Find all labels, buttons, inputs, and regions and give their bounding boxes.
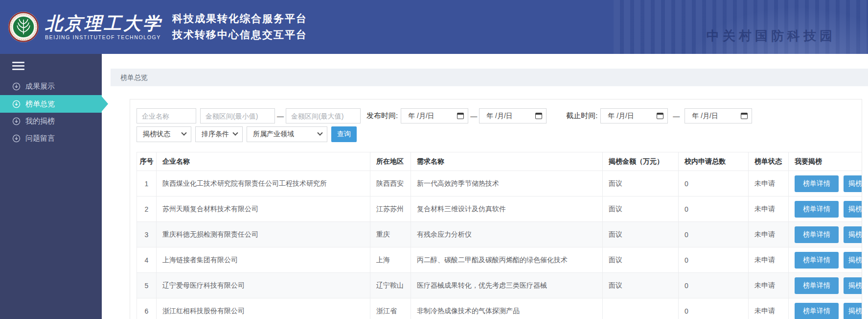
range-dash: —: [668, 112, 685, 120]
table-row: 6浙江红相科技股份有限公司浙江省非制冷热成像技术的气体探测产品0未申请榜单详情揭…: [137, 298, 863, 319]
sidebar-item-achievements[interactable]: 成果展示: [0, 78, 102, 95]
region-cell: 浙江省: [370, 298, 411, 319]
need-cell: 新一代高效跨季节储热技术: [411, 171, 603, 196]
industry-select-value: 所属产业领域: [253, 130, 294, 139]
apply-button[interactable]: 揭榜: [844, 226, 862, 243]
range-dash: —: [468, 112, 479, 120]
detail-button[interactable]: 榜单详情: [795, 201, 839, 218]
menu-toggle-icon[interactable]: [0, 54, 102, 70]
actions-cell: 榜单详情揭榜: [789, 196, 863, 222]
table-header-row: 序号 企业名称 所在地区 需求名称 揭榜金额（万元） 校内申请总数 榜单状态 我…: [137, 152, 863, 171]
industry-select[interactable]: 所属产业领域: [247, 126, 327, 142]
actions-cell: 榜单详情揭榜: [789, 273, 863, 298]
actions-cell: 榜单详情揭榜: [789, 298, 863, 319]
apply-button[interactable]: 揭榜: [844, 252, 862, 269]
actions-cell: 榜单详情揭榜: [789, 222, 863, 247]
platform-title-line2: 技术转移中心信息交互平台: [172, 27, 307, 43]
deadline-time-label: 截止时间:: [566, 111, 597, 121]
calendar-icon[interactable]: [741, 113, 748, 119]
sidebar: 成果展示 榜单总览 我的揭榜 问题留言: [0, 54, 102, 319]
sidebar-item-feedback[interactable]: 问题留言: [0, 130, 102, 147]
amount-cell: [603, 298, 679, 319]
applications-cell: 0: [679, 247, 749, 273]
chevron-down-icon: [317, 130, 322, 136]
table-body: 1陕西煤业化工技术研究院有限责任公司工程技术研究所陕西西安新一代高效跨季节储热技…: [137, 171, 863, 319]
detail-button[interactable]: 榜单详情: [795, 303, 839, 319]
amount-cell: 面议: [603, 247, 679, 273]
detail-button[interactable]: 榜单详情: [795, 175, 839, 192]
table-row: 4上海链接者集团有限公司上海丙二醇、碳酸二甲酯及碳酸丙烯酯的绿色催化技术面议0未…: [137, 247, 863, 273]
calendar-icon[interactable]: [535, 113, 542, 119]
amount-max-input[interactable]: [286, 108, 361, 123]
platform-title-line1: 科技成果转化综合服务平台: [172, 11, 307, 27]
publish-time-label: 发布时间:: [366, 111, 398, 121]
amount-cell: 面议: [603, 273, 679, 298]
detail-button[interactable]: 榜单详情: [795, 277, 839, 294]
company-cell: 陕西煤业化工技术研究院有限责任公司工程技术研究所: [157, 171, 370, 196]
status-cell: 未申请: [749, 171, 789, 196]
apply-button[interactable]: 揭榜: [844, 277, 862, 294]
table-row: 5辽宁爱母医疗科技有限公司辽宁鞍山医疗器械成果转化，优先考虑三类医疗器械面议0未…: [137, 273, 863, 298]
row-number-cell: 4: [137, 247, 157, 273]
actions-cell: 榜单详情揭榜: [789, 171, 863, 196]
row-number-cell: 3: [137, 222, 157, 247]
status-select[interactable]: 揭榜状态: [137, 126, 191, 142]
amount-cell: 面议: [603, 196, 679, 222]
apply-button[interactable]: 揭榜: [844, 175, 862, 192]
company-cell: 上海链接者集团有限公司: [157, 247, 370, 273]
deadline-date-from-input[interactable]: 年 /月/日: [600, 108, 668, 123]
table-row: 1陕西煤业化工技术研究院有限责任公司工程技术研究所陕西西安新一代高效跨季节储热技…: [137, 171, 863, 196]
table-row: 2苏州天顺复合材料技术有限公司江苏苏州复合材料三维设计及仿真软件面议0未申请榜单…: [137, 196, 863, 222]
status-cell: 未申请: [749, 222, 789, 247]
col-header-applications: 校内申请总数: [679, 152, 749, 171]
company-cell: 辽宁爱母医疗科技有限公司: [157, 273, 370, 298]
need-cell: 丙二醇、碳酸二甲酯及碳酸丙烯酯的绿色催化技术: [411, 247, 603, 273]
sidebar-item-ranking-overview[interactable]: 榜单总览: [0, 95, 102, 113]
company-cell: 浙江红相科技股份有限公司: [157, 298, 370, 319]
sort-select-value: 排序条件: [202, 130, 229, 139]
row-number-cell: 5: [137, 273, 157, 298]
calendar-icon[interactable]: [657, 113, 663, 119]
company-cell: 苏州天顺复合材料技术有限公司: [157, 196, 370, 222]
university-name-en: BEIJING INSTITUTEOF TECHNOLOGY: [45, 34, 162, 40]
filter-row-1: — 发布时间: 年 /月/日 — 年 /月/日 截止时间: 年 /月/日 — 年…: [137, 108, 862, 123]
amount-cell: 面议: [603, 222, 679, 247]
applications-cell: 0: [679, 196, 749, 222]
row-number-cell: 2: [137, 196, 157, 222]
status-cell: 未申请: [749, 273, 789, 298]
sidebar-menu: 成果展示 榜单总览 我的揭榜 问题留言: [0, 78, 102, 147]
publish-date-to-input[interactable]: 年 /月/日: [479, 108, 547, 123]
sidebar-item-my-applications[interactable]: 我的揭榜: [0, 113, 102, 130]
publish-date-from-input[interactable]: 年 /月/日: [401, 108, 468, 123]
sidebar-item-label: 问题留言: [25, 134, 55, 143]
col-header-action: 我要揭榜: [789, 152, 863, 171]
university-logo-icon: [8, 11, 39, 43]
amount-min-input[interactable]: [200, 108, 275, 123]
circle-arrow-down-icon: [12, 134, 21, 143]
apply-button[interactable]: 揭榜: [844, 303, 862, 319]
date-placeholder: 年 /月/日: [692, 112, 718, 121]
status-cell: 未申请: [749, 298, 789, 319]
search-button[interactable]: 查询: [331, 126, 357, 142]
circle-arrow-down-icon: [12, 82, 21, 91]
col-header-status: 榜单状态: [749, 152, 789, 171]
row-number-cell: 1: [137, 171, 157, 196]
region-cell: 重庆: [370, 222, 411, 247]
deadline-date-to-input[interactable]: 年 /月/日: [685, 108, 752, 123]
applications-cell: 0: [679, 171, 749, 196]
range-dash: —: [275, 112, 286, 120]
detail-button[interactable]: 榜单详情: [795, 226, 839, 243]
region-cell: 陕西西安: [370, 171, 411, 196]
ranking-table: 序号 企业名称 所在地区 需求名称 揭榜金额（万元） 校内申请总数 榜单状态 我…: [137, 152, 862, 319]
sort-select[interactable]: 排序条件: [195, 126, 243, 142]
detail-button[interactable]: 榜单详情: [795, 252, 839, 269]
apply-button[interactable]: 揭榜: [844, 201, 862, 218]
col-header-amount: 揭榜金额（万元）: [603, 152, 679, 171]
calendar-icon[interactable]: [457, 113, 464, 119]
company-name-input[interactable]: [137, 108, 196, 123]
status-cell: 未申请: [749, 196, 789, 222]
circle-arrow-down-icon: [12, 100, 21, 108]
date-placeholder: 年 /月/日: [608, 112, 634, 121]
chevron-down-icon: [181, 130, 186, 136]
circle-arrow-down-icon: [12, 117, 21, 125]
